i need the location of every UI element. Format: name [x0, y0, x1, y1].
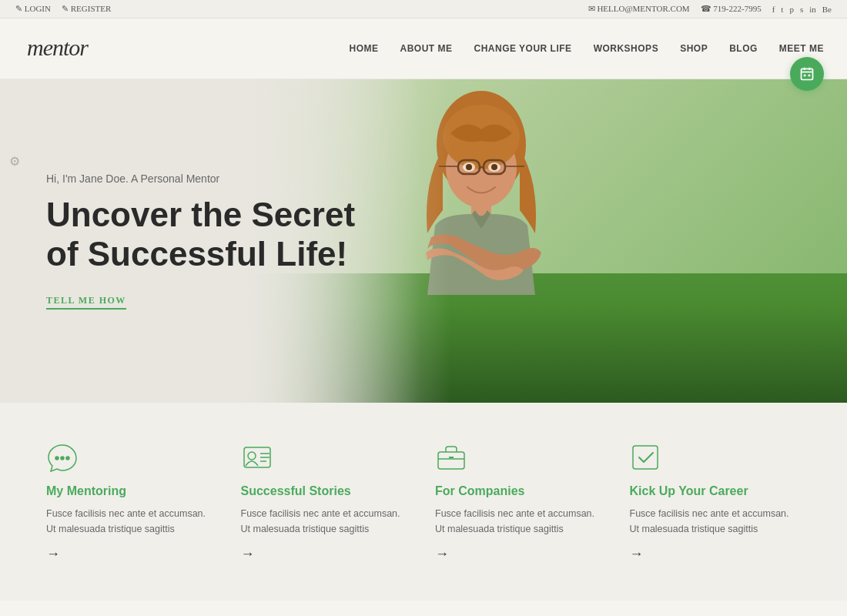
- feature-career-title: Kick Up Your Career: [630, 484, 802, 498]
- features-section: My Mentoring Fusce facilisis nec ante et…: [0, 403, 847, 601]
- feature-stories-arrow[interactable]: →: [241, 546, 255, 562]
- testimonial-section: Praesent cursus nulla non arcu tempor, u…: [0, 601, 847, 616]
- facebook-icon[interactable]: f: [772, 5, 775, 14]
- hero-content: Hi, I'm Jane Doe. A Personal Mentor Unco…: [0, 172, 355, 309]
- social-icons: f t p s in Be: [772, 5, 832, 14]
- calendar-fab-button[interactable]: [790, 57, 824, 91]
- snapchat-icon[interactable]: s: [800, 5, 803, 14]
- nav-change[interactable]: CHANGE YOUR LIFE: [474, 43, 572, 54]
- header: mentor HOME ABOUT ME CHANGE YOUR LIFE WO…: [0, 18, 847, 79]
- twitter-icon[interactable]: t: [781, 5, 783, 14]
- nav-about[interactable]: ABOUT ME: [400, 43, 453, 54]
- hero-cta-link[interactable]: TELL ME HOW: [46, 295, 126, 310]
- id-card-icon: [241, 441, 273, 474]
- svg-point-20: [55, 457, 59, 460]
- chat-icon: [46, 441, 79, 474]
- instagram-icon[interactable]: in: [809, 5, 816, 14]
- logo[interactable]: mentor: [23, 26, 108, 71]
- feature-stories: Successful Stories Fusce facilisis nec a…: [241, 441, 413, 562]
- feature-companies-desc: Fusce facilisis nec ante et accumsan. Ut…: [435, 506, 607, 537]
- nav-blog[interactable]: BLOG: [729, 43, 758, 54]
- feature-companies: For Companies Fusce facilisis nec ante e…: [435, 441, 607, 562]
- svg-rect-1: [802, 69, 813, 79]
- feature-stories-desc: Fusce facilisis nec ante et accumsan. Ut…: [241, 506, 413, 537]
- feature-mentoring-arrow[interactable]: →: [46, 546, 60, 562]
- hero-section: Hi, I'm Jane Doe. A Personal Mentor Unco…: [0, 79, 847, 403]
- feature-mentoring-title: My Mentoring: [46, 484, 218, 498]
- svg-point-24: [248, 452, 256, 460]
- checkbox-icon: [630, 441, 662, 474]
- svg-point-18: [466, 164, 472, 170]
- svg-rect-28: [438, 452, 464, 469]
- nav-home[interactable]: HOME: [350, 43, 379, 54]
- feature-mentoring-desc: Fusce facilisis nec ante et accumsan. Ut…: [46, 506, 218, 537]
- settings-icon[interactable]: ⚙: [9, 154, 20, 169]
- svg-point-22: [66, 457, 69, 460]
- feature-companies-title: For Companies: [435, 484, 607, 498]
- svg-text:mentor: mentor: [27, 35, 89, 60]
- feature-mentoring: My Mentoring Fusce facilisis nec ante et…: [46, 441, 218, 562]
- feature-companies-arrow[interactable]: →: [435, 546, 449, 562]
- nav-shop[interactable]: SHOP: [680, 43, 708, 54]
- svg-point-19: [491, 164, 497, 170]
- top-bar-right: ✉ HELLO@MENTOR.COM ☎ 719-222-7995 f t p …: [588, 4, 832, 14]
- feature-career-desc: Fusce facilisis nec ante et accumsan. Ut…: [630, 506, 802, 537]
- svg-point-21: [61, 457, 64, 460]
- feature-stories-title: Successful Stories: [241, 484, 413, 498]
- svg-rect-31: [633, 446, 658, 469]
- main-nav: HOME ABOUT ME CHANGE YOUR LIFE WORKSHOPS…: [350, 43, 825, 54]
- top-bar: ✎ LOGIN ✎ REGISTER ✉ HELLO@MENTOR.COM ☎ …: [0, 0, 847, 18]
- phone-text: ☎ 719-222-7995: [701, 4, 762, 14]
- nav-workshops[interactable]: WORKSHOPS: [594, 43, 659, 54]
- pinterest-icon[interactable]: p: [789, 5, 794, 14]
- email-text: ✉ HELLO@MENTOR.COM: [588, 4, 690, 14]
- svg-rect-5: [804, 75, 806, 77]
- top-bar-left: ✎ LOGIN ✎ REGISTER: [15, 4, 111, 14]
- hero-subtitle: Hi, I'm Jane Doe. A Personal Mentor: [46, 172, 355, 185]
- hero-title: Uncover the Secret of Successful Life!: [46, 196, 355, 273]
- feature-career-arrow[interactable]: →: [630, 546, 644, 562]
- login-link[interactable]: ✎ LOGIN: [15, 4, 51, 14]
- feature-career: Kick Up Your Career Fusce facilisis nec …: [630, 441, 802, 562]
- svg-rect-6: [808, 75, 811, 77]
- nav-meet[interactable]: MEET ME: [779, 43, 824, 54]
- briefcase-icon: [435, 441, 467, 474]
- behance-icon[interactable]: Be: [822, 5, 832, 14]
- register-link[interactable]: ✎ REGISTER: [62, 4, 111, 14]
